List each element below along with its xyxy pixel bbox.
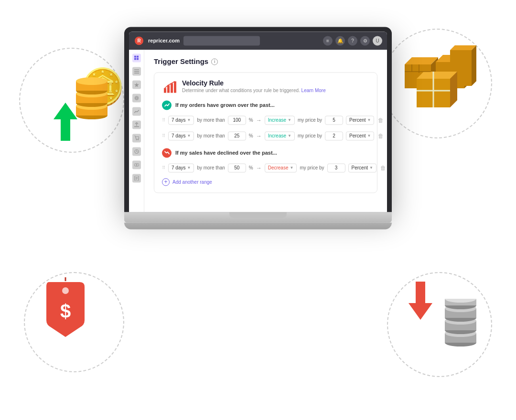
svg-point-68 xyxy=(136,139,137,140)
settings-icon[interactable]: ⚙ xyxy=(360,36,370,45)
value-input[interactable] xyxy=(228,116,246,125)
unit-select[interactable]: Percent ▼ xyxy=(348,163,376,172)
svg-rect-61 xyxy=(134,69,139,70)
days-select[interactable]: 7 days ▼ xyxy=(168,131,194,140)
sidebar-icon-eye[interactable] xyxy=(132,160,141,169)
sidebar-icon-grid[interactable] xyxy=(132,53,141,62)
drag-handle[interactable]: ⠿ xyxy=(162,133,165,138)
delete-button[interactable]: 🗑 xyxy=(378,133,384,139)
svg-point-49 xyxy=(445,314,476,322)
value-input[interactable] xyxy=(228,163,246,172)
grow-section-label: If my orders have grown over the past... xyxy=(175,102,275,108)
svg-rect-82 xyxy=(174,81,176,93)
value-input[interactable] xyxy=(228,131,246,140)
svg-rect-80 xyxy=(167,85,170,93)
action-select[interactable]: Increase ▼ xyxy=(265,116,295,125)
svg-rect-60 xyxy=(137,58,139,60)
sidebar-icon-upload[interactable] xyxy=(132,120,141,129)
svg-point-3 xyxy=(76,102,108,110)
arrow-right: → xyxy=(256,165,262,171)
svg-point-9 xyxy=(76,77,108,85)
svg-marker-29 xyxy=(450,45,476,50)
svg-rect-2 xyxy=(76,106,108,116)
svg-rect-5 xyxy=(76,94,108,103)
decline-section-label: If my sales have declined over the past.… xyxy=(175,150,277,156)
price-by-text: my price by xyxy=(300,165,324,170)
page-title: Trigger Settings xyxy=(154,57,208,65)
sidebar-icon-cart[interactable] xyxy=(132,134,141,142)
svg-rect-53 xyxy=(445,299,476,305)
svg-marker-0 xyxy=(54,103,77,141)
drag-handle[interactable]: ⠿ xyxy=(162,165,165,170)
svg-rect-81 xyxy=(171,83,173,93)
svg-rect-57 xyxy=(134,55,136,57)
arrow-right: → xyxy=(256,117,262,124)
decline-indicator xyxy=(162,148,172,158)
bell-icon[interactable]: 🔔 xyxy=(335,36,345,45)
days-select[interactable]: 7 days ▼ xyxy=(168,163,194,172)
rule-row: ⠿ 7 days ▼ by more than % → Increase ▼ m… xyxy=(162,129,369,142)
svg-rect-63 xyxy=(134,73,139,74)
delete-button[interactable]: 🗑 xyxy=(378,117,384,124)
percent-sign: % xyxy=(249,165,253,170)
svg-rect-28 xyxy=(450,50,472,86)
avatar[interactable]: U xyxy=(373,36,382,45)
browser-title: repricer.com xyxy=(148,38,180,43)
svg-point-4 xyxy=(76,99,108,107)
info-icon[interactable]: i xyxy=(211,58,218,65)
sidebar-icon-trending[interactable] xyxy=(132,107,141,116)
delete-button[interactable]: 🗑 xyxy=(380,165,386,171)
sidebar-icon-file[interactable] xyxy=(132,174,141,182)
rule-title: Velocity Rule xyxy=(182,79,326,87)
sidebar xyxy=(129,50,144,212)
svg-point-52 xyxy=(445,302,476,309)
add-range-label: Add another range xyxy=(172,179,212,185)
grow-indicator xyxy=(162,100,172,110)
svg-rect-47 xyxy=(445,321,476,330)
action-select[interactable]: Increase ▼ xyxy=(265,131,295,140)
filter-icon[interactable]: ≡ xyxy=(323,36,333,45)
sidebar-icon-magic[interactable] xyxy=(132,80,141,89)
svg-rect-62 xyxy=(134,71,139,72)
percent-sign: % xyxy=(249,133,253,138)
svg-point-43 xyxy=(445,339,476,346)
browser-search[interactable] xyxy=(183,36,260,45)
svg-point-65 xyxy=(136,97,138,99)
svg-point-1 xyxy=(76,112,108,119)
svg-marker-64 xyxy=(134,82,139,87)
svg-line-72 xyxy=(137,151,138,152)
svg-rect-79 xyxy=(164,88,166,93)
svg-rect-8 xyxy=(76,81,108,91)
svg-point-7 xyxy=(76,87,108,94)
svg-marker-42 xyxy=(408,282,432,320)
svg-marker-23 xyxy=(405,57,438,64)
svg-point-54 xyxy=(445,299,476,303)
action-select[interactable]: Decrease ▼ xyxy=(265,163,297,172)
sidebar-icon-settings[interactable] xyxy=(132,94,141,102)
help-icon[interactable]: ? xyxy=(348,36,357,45)
svg-point-45 xyxy=(445,329,476,337)
svg-rect-50 xyxy=(445,308,476,318)
by-more-than-text: by more than xyxy=(197,133,225,138)
svg-text:R: R xyxy=(137,38,141,43)
unit-select[interactable]: Percent ▼ xyxy=(346,116,374,125)
sidebar-icon-list[interactable] xyxy=(132,67,141,75)
unit-select[interactable]: Percent ▼ xyxy=(346,131,374,140)
learn-more-link[interactable]: Learn More xyxy=(301,88,326,93)
svg-text:$: $ xyxy=(60,301,71,322)
svg-rect-25 xyxy=(436,62,464,88)
amount-input[interactable] xyxy=(325,131,343,140)
days-select[interactable]: 7 days ▼ xyxy=(168,116,194,125)
sidebar-icon-clock[interactable] xyxy=(132,147,141,156)
svg-rect-22 xyxy=(405,64,431,88)
add-range-button[interactable]: + Add another range xyxy=(162,178,369,186)
svg-rect-59 xyxy=(134,58,136,60)
price-by-text: my price by xyxy=(298,133,322,138)
drag-handle[interactable]: ⠿ xyxy=(162,117,165,123)
amount-input[interactable] xyxy=(325,116,343,125)
decline-rows: ⠿ 7 days ▼ by more than % → Decrease ▼ m… xyxy=(162,161,369,174)
rule-card: Velocity Rule Determine under what condi… xyxy=(154,72,377,193)
amount-input[interactable] xyxy=(327,163,345,172)
svg-marker-33 xyxy=(450,72,457,107)
svg-rect-58 xyxy=(137,55,139,57)
